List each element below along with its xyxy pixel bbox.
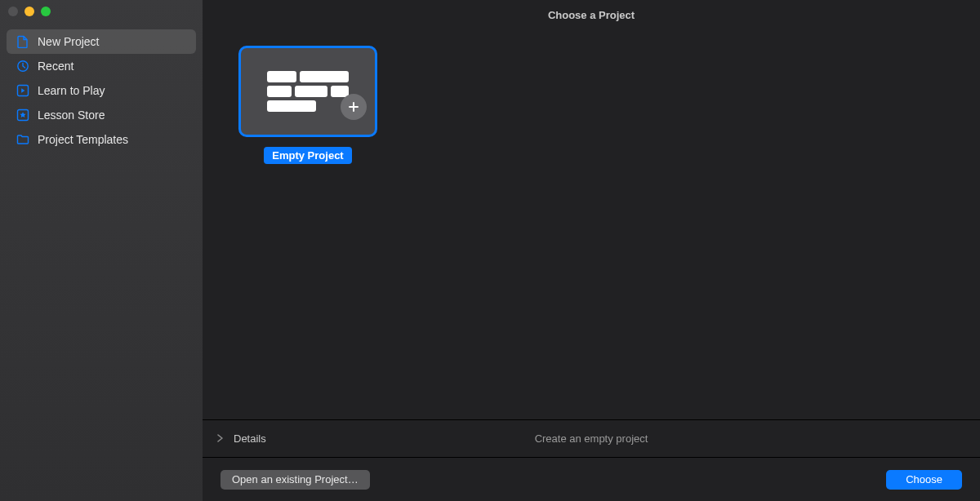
sidebar-item-recent[interactable]: Recent: [7, 54, 196, 78]
template-grid: Empty Project: [203, 29, 980, 419]
template-label: Empty Project: [264, 147, 351, 164]
sidebar-item-project-templates[interactable]: Project Templates: [7, 127, 196, 152]
file-icon: [16, 35, 29, 48]
details-title: Details: [234, 432, 266, 445]
sidebar-item-label: New Project: [38, 35, 99, 48]
footer: Open an existing Project… Choose: [203, 457, 980, 501]
sidebar-item-label: Project Templates: [38, 133, 128, 146]
sidebar-item-label: Lesson Store: [38, 109, 105, 122]
empty-project-glyph: [267, 71, 349, 112]
sidebar-item-new-project[interactable]: New Project: [7, 29, 196, 54]
sidebar: New Project Recent Learn to Play: [0, 0, 203, 501]
template-thumbnail: [238, 46, 377, 137]
close-window-button[interactable]: [8, 7, 18, 16]
details-description: Create an empty project: [535, 432, 648, 445]
star-square-icon: [16, 109, 29, 122]
chevron-right-icon: [217, 433, 224, 445]
plus-icon: [341, 94, 367, 120]
sidebar-item-label: Recent: [38, 60, 74, 73]
main-header: Choose a Project: [203, 0, 980, 29]
minimize-window-button[interactable]: [24, 7, 34, 16]
maximize-window-button[interactable]: [41, 7, 51, 16]
sidebar-list: New Project Recent Learn to Play: [0, 23, 203, 158]
details-bar[interactable]: Details Create an empty project: [203, 419, 980, 457]
clock-icon: [16, 60, 29, 73]
open-existing-project-button[interactable]: Open an existing Project…: [220, 470, 370, 490]
folder-icon: [16, 133, 29, 146]
sidebar-item-learn-to-play[interactable]: Learn to Play: [7, 78, 196, 103]
sidebar-item-lesson-store[interactable]: Lesson Store: [7, 103, 196, 127]
page-title: Choose a Project: [548, 9, 635, 21]
main-panel: Choose a Project Empty Project: [203, 0, 980, 501]
choose-button[interactable]: Choose: [886, 470, 962, 490]
titlebar: [0, 0, 203, 23]
template-empty-project[interactable]: Empty Project: [238, 46, 377, 164]
play-square-icon: [16, 84, 29, 97]
sidebar-item-label: Learn to Play: [38, 84, 105, 97]
